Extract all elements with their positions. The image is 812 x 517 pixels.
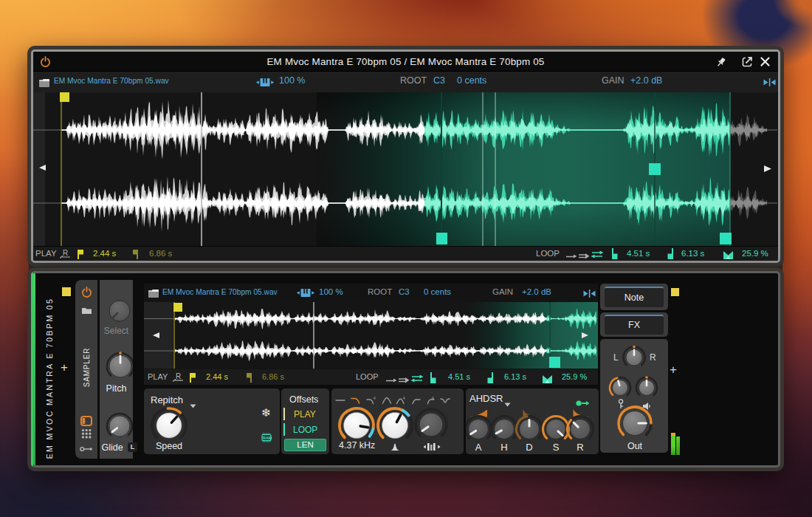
svg-text:4: 4 — [374, 396, 376, 400]
svg-text:4: 4 — [403, 396, 406, 400]
svg-text:R: R — [176, 372, 181, 380]
svg-text:R: R — [63, 249, 68, 257]
svg-text:RAM: RAM — [263, 436, 272, 440]
